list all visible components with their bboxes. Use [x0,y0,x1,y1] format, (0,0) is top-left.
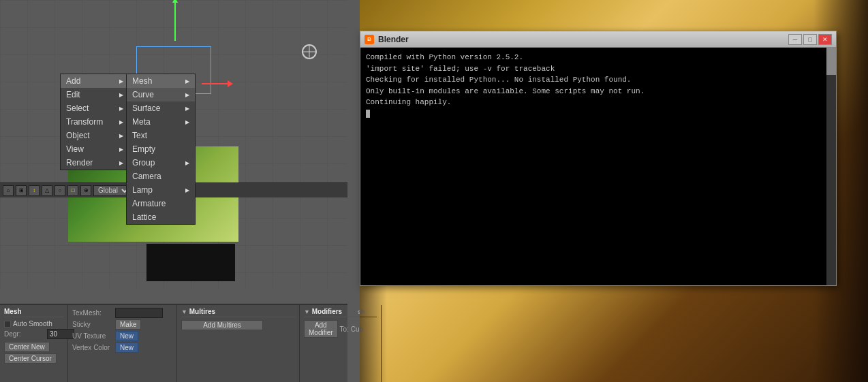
console-line-4: Only built-in modules are available. Som… [366,86,831,97]
console-body: Compiled with Python version 2.5.2. 'imp… [360,48,836,285]
curve-arrow: ▶ [185,92,189,98]
menu-item-transform[interactable]: Transform ▶ [61,115,129,129]
render-menu-arrow: ▶ [119,160,123,166]
uv-texture-row: UV Texture New [72,331,172,341]
uv-texture-label: UV Texture [72,332,113,340]
console-line-2: 'import site' failed; use -v for traceba… [366,63,831,75]
black-overlay [146,244,235,281]
texmesh-label: TexMesh: [72,309,113,317]
console-scrollbar-track[interactable] [826,48,836,285]
console-line-3: Checking for installed Python... No inst… [366,74,831,86]
y-axis-arrow [174,0,176,41]
console-scrollbar-thumb[interactable] [826,48,836,75]
circle-icon[interactable]: ○ [55,185,65,196]
close-button[interactable]: ✕ [818,34,832,45]
make-button[interactable]: Make [115,319,141,330]
add-menu: Add ▶ Edit ▶ Select ▶ Transform ▶ Object… [60,74,129,170]
texmesh-section: TexMesh: Sticky Make UV Texture New Vert… [68,305,177,382]
select-menu-arrow: ▶ [119,106,123,112]
3d-cursor [302,44,317,59]
submenu-item-empty[interactable]: Empty [127,142,195,156]
add-multires-button[interactable]: Add Multires [181,320,263,330]
multires-title: ▼ Multires [181,308,295,317]
minimize-button[interactable]: ─ [788,34,802,45]
uv-new-button[interactable]: New [115,331,138,341]
lamp-arrow: ▶ [185,187,189,193]
submenu-item-meta[interactable]: Meta ▶ [127,115,195,129]
view-menu-arrow: ▶ [119,146,123,153]
maximize-button[interactable]: □ [803,34,817,45]
console-line-1: Compiled with Python version 2.5.2. [366,52,831,63]
console-line-5: Continuing happily. [366,97,831,108]
square-icon[interactable]: □ [67,185,78,196]
blender-icon: B [365,35,374,44]
grid-icon[interactable]: ⊞ [16,185,27,196]
surface-arrow: ▶ [185,106,189,112]
transform-menu-arrow: ▶ [119,119,123,125]
menu-item-add[interactable]: Add ▶ [61,74,129,88]
deg-row: Degr: [4,329,63,339]
auto-smooth-checkbox[interactable] [4,321,11,328]
object-menu-arrow: ▶ [119,133,123,139]
cursor-icon[interactable]: ↕ [29,185,40,196]
center-new-button[interactable]: Center New [4,342,50,352]
group-arrow: ▶ [185,160,189,166]
vertex-color-row: Vertex Color New [72,343,172,353]
center-cursor-row: Center Cursor [4,353,63,364]
sticky-label: Sticky [72,321,113,328]
view-icon[interactable]: ⊕ [80,185,91,196]
submenu-item-group[interactable]: Group ▶ [127,156,195,170]
add-menu-arrow: ▶ [119,78,123,84]
submenu-item-surface[interactable]: Surface ▶ [127,101,195,115]
add-multires-row: Add Multires [181,320,295,330]
menu-item-object[interactable]: Object ▶ [61,129,129,142]
vertex-color-label: Vertex Color [72,344,113,351]
center-cursor-button[interactable]: Center Cursor [4,353,57,364]
edit-menu-arrow: ▶ [119,92,123,98]
console-window: B Blender ─ □ ✕ Compiled with Python ver… [360,31,837,286]
triangle-icon[interactable]: △ [42,185,52,196]
auto-smooth-label: Auto Smooth [13,320,52,328]
blender-viewport: Add ▶ Edit ▶ Select ▶ Transform ▶ Object… [0,0,347,289]
submenu-item-lattice[interactable]: Lattice [127,210,195,224]
submenu-item-lamp[interactable]: Lamp ▶ [127,183,195,197]
auto-smooth-row: Auto Smooth [4,320,63,328]
center-new-row: Center New [4,342,63,352]
submenu-item-armature[interactable]: Armature [127,197,195,210]
mesh-arrow: ▶ [185,78,189,84]
transform-space-select[interactable]: Global [93,185,131,196]
meta-arrow: ▶ [185,119,189,125]
console-title: Blender [378,35,787,44]
transform-arrow [202,83,229,84]
console-cursor-line [366,108,831,120]
menu-item-view[interactable]: View ▶ [61,142,129,156]
menu-item-edit[interactable]: Edit ▶ [61,88,129,101]
multires-section: ▼ Multires Add Multires [177,305,300,382]
mesh-section-title: Mesh [4,308,63,317]
menu-item-render[interactable]: Render ▶ [61,156,129,170]
vertex-new-button[interactable]: New [115,343,138,353]
submenu-item-curve[interactable]: Curve ▶ [127,88,195,101]
texmesh-row: TexMesh: [72,308,172,318]
properties-panel: Mesh Auto Smooth Degr: Center New Center… [0,304,347,382]
home-icon[interactable]: ⌂ [3,185,14,196]
submenu-item-text[interactable]: Text [127,129,195,142]
console-titlebar: B Blender ─ □ ✕ [360,31,836,48]
submenu-item-mesh[interactable]: Mesh ▶ [127,74,195,88]
add-modifier-button[interactable]: Add Modifier [304,320,338,338]
mesh-section: Mesh Auto Smooth Degr: Center New Center… [0,305,68,382]
sticky-row: Sticky Make [72,319,172,330]
menu-item-select[interactable]: Select ▶ [61,101,129,115]
cursor-blink [366,110,370,118]
texmesh-input[interactable] [115,308,163,318]
submenu-item-camera[interactable]: Camera [127,170,195,183]
deg-label: Degr: [4,330,45,338]
add-submenu: Mesh ▶ Curve ▶ Surface ▶ Meta ▶ Text Emp… [126,74,196,225]
